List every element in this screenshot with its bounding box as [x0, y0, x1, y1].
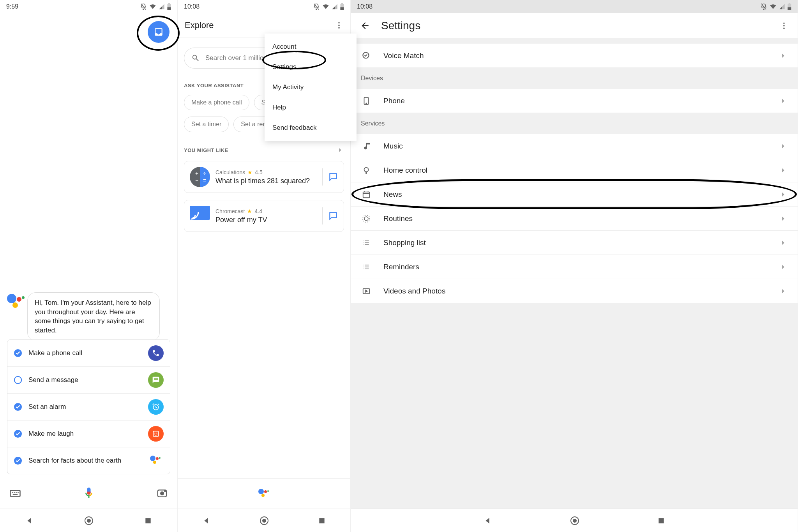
back-nav-icon[interactable] [202, 516, 211, 525]
menu-my-activity[interactable]: My Activity [265, 77, 357, 97]
recent-nav-icon[interactable] [144, 517, 152, 525]
yml-header[interactable]: YOU MIGHT LIKE [184, 146, 344, 154]
suggestion-phone-call[interactable]: Make a phone call [7, 340, 170, 367]
suggestion-search-facts[interactable]: Search for facts about the earth [7, 447, 170, 474]
list-icon [361, 263, 372, 271]
screen-explore: 10:08 Explore Search over 1 millio ASK Y… [178, 0, 351, 532]
svg-rect-23 [145, 518, 150, 523]
svg-point-27 [338, 22, 340, 23]
suggestion-label: Make me laugh [28, 430, 142, 438]
chevron-right-icon [779, 142, 787, 150]
suggestions-card: Make a phone call Send a message Set an … [7, 339, 170, 474]
lens-icon[interactable] [156, 488, 168, 499]
svg-text:÷: ÷ [203, 170, 206, 177]
home-nav-icon[interactable] [260, 516, 269, 525]
suggestion-send-message[interactable]: Send a message [7, 367, 170, 394]
card-chromecast[interactable]: Chromecast ★ 4.4 Power off my TV [184, 200, 344, 232]
row-label: Phone [383, 97, 767, 105]
status-time: 9:59 [6, 3, 18, 10]
message-icon [148, 372, 164, 388]
chevron-right-icon [779, 263, 787, 271]
back-nav-icon[interactable] [25, 516, 34, 525]
svg-point-20 [164, 491, 166, 492]
row-label: Videos and Photos [383, 287, 767, 295]
chat-icon[interactable] [328, 172, 338, 182]
card-title: What is pi times 281 squared? [215, 177, 317, 185]
svg-rect-41 [789, 3, 791, 4]
bottom-toolbar [0, 478, 177, 509]
unchecked-icon [14, 376, 22, 384]
mute-icon [140, 3, 147, 10]
phone-device-icon [361, 96, 372, 106]
assistant-dots-icon [148, 453, 164, 468]
menu-account[interactable]: Account [265, 37, 357, 57]
row-reminders[interactable]: Reminders [351, 255, 798, 279]
nav-bar [0, 509, 177, 532]
status-icons [313, 3, 344, 10]
check-icon [14, 403, 22, 411]
recent-nav-icon[interactable] [318, 517, 326, 525]
keyboard-icon[interactable] [9, 488, 21, 499]
mic-icon[interactable] [82, 486, 96, 500]
laugh-icon [148, 426, 164, 442]
screen-settings: 10:08 Settings Voice Match Devices Phone [351, 0, 798, 532]
list-icon [361, 239, 372, 247]
svg-rect-25 [341, 7, 344, 11]
section-devices: Devices [351, 68, 798, 89]
svg-rect-12 [11, 491, 20, 497]
suggestion-set-alarm[interactable]: Set an alarm [7, 394, 170, 421]
home-nav-icon[interactable] [84, 516, 94, 525]
nav-bar [178, 509, 350, 532]
chip-phone-call[interactable]: Make a phone call [184, 95, 249, 110]
svg-text:−: − [195, 177, 198, 184]
row-routines[interactable]: Routines [351, 207, 798, 231]
row-news[interactable]: News [351, 182, 798, 207]
back-nav-icon[interactable] [484, 516, 492, 525]
calculator-icon: +−÷= [190, 167, 210, 187]
row-shopping-list[interactable]: Shopping list [351, 231, 798, 255]
page-title: Settings [381, 19, 769, 32]
chat-icon[interactable] [328, 211, 338, 221]
suggestion-label: Make a phone call [28, 349, 142, 357]
svg-rect-2 [168, 3, 170, 4]
mute-icon [760, 3, 767, 10]
row-videos-photos[interactable]: Videos and Photos [351, 279, 798, 303]
inbox-icon [154, 27, 164, 37]
back-arrow-icon[interactable] [360, 21, 370, 31]
row-phone[interactable]: Phone [351, 89, 798, 113]
svg-rect-49 [363, 192, 370, 198]
home-nav-icon[interactable] [570, 516, 579, 525]
search-placeholder: Search over 1 millio [205, 54, 263, 62]
screen-assistant: 9:59 Hi, Tom. I'm your Assistant, here t… [0, 0, 178, 532]
assistant-logo-icon[interactable] [258, 489, 270, 499]
row-label: Shopping list [383, 239, 767, 247]
menu-send-feedback[interactable]: Send feedback [265, 118, 357, 138]
menu-help[interactable]: Help [265, 97, 357, 118]
bottom-toolbar [178, 478, 350, 509]
card-calculations[interactable]: +−÷= Calculations ★ 4.5 What is pi times… [184, 161, 344, 193]
assistant-intro: Hi, Tom. I'm your Assistant, here to hel… [7, 292, 160, 341]
svg-rect-55 [659, 518, 664, 523]
more-icon[interactable] [780, 21, 788, 30]
profile-button[interactable] [148, 21, 169, 43]
routines-icon [361, 214, 372, 223]
svg-point-37 [262, 519, 266, 523]
suggestion-make-laugh[interactable]: Make me laugh [7, 421, 170, 447]
card-meta: Calculations ★ 4.5 [215, 169, 317, 175]
chip-set-timer[interactable]: Set a timer [184, 117, 229, 132]
svg-point-9 [154, 433, 155, 434]
row-home-control[interactable]: Home control [351, 158, 798, 182]
menu-settings[interactable]: Settings [265, 57, 357, 77]
row-music[interactable]: Music [351, 134, 798, 158]
svg-rect-16 [18, 492, 19, 493]
chevron-right-icon [779, 287, 787, 295]
assistant-logo-icon [7, 294, 23, 310]
svg-rect-13 [12, 492, 13, 493]
svg-rect-1 [168, 7, 171, 11]
card-meta: Chromecast ★ 4.4 [215, 208, 317, 214]
recent-nav-icon[interactable] [657, 517, 665, 525]
battery-icon [340, 3, 344, 10]
card-title: Power off my TV [215, 216, 317, 224]
more-icon[interactable] [335, 21, 343, 30]
row-voice-match[interactable]: Voice Match [351, 44, 798, 68]
